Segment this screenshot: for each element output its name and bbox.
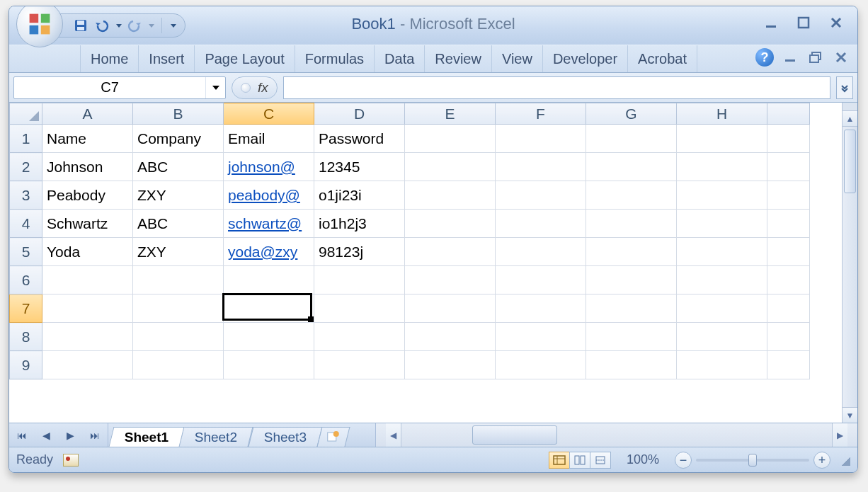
cell-extra-9[interactable]: [767, 351, 810, 379]
cell-B7[interactable]: [133, 294, 224, 323]
zoom-track[interactable]: [696, 459, 809, 462]
column-header-H[interactable]: H: [677, 103, 767, 125]
horizontal-scroll-track[interactable]: [401, 423, 832, 447]
cell-G7[interactable]: [586, 294, 677, 323]
cell-extra-8[interactable]: [767, 323, 810, 351]
maximize-button[interactable]: [791, 12, 816, 33]
cell-D9[interactable]: [314, 351, 405, 379]
cell-F2[interactable]: [496, 153, 586, 181]
customize-qat-dropdown[interactable]: [171, 24, 176, 28]
zoom-level[interactable]: 100%: [619, 452, 666, 467]
redo-button[interactable]: [126, 17, 143, 34]
save-button[interactable]: [72, 17, 89, 34]
cell-F6[interactable]: [496, 266, 586, 294]
cell-E8[interactable]: [405, 323, 496, 351]
cell-D7[interactable]: [314, 294, 405, 323]
cell-A2[interactable]: Johnson: [42, 153, 133, 181]
cell-G2[interactable]: [586, 153, 677, 181]
sheet-tab-sheet2[interactable]: Sheet2: [179, 427, 253, 447]
cell-E2[interactable]: [405, 153, 496, 181]
cell-H4[interactable]: [677, 210, 767, 238]
cell-G4[interactable]: [586, 210, 677, 238]
cell-A3[interactable]: Peabody: [42, 181, 133, 210]
view-page-break-button[interactable]: [590, 452, 611, 469]
insert-function-button[interactable]: fx: [258, 80, 268, 96]
ribbon-tab-developer[interactable]: Developer: [543, 45, 628, 72]
cell-D5[interactable]: 98123j: [314, 238, 405, 266]
ribbon-tab-page-layout[interactable]: Page Layout: [195, 45, 295, 72]
cell-extra-7[interactable]: [767, 294, 810, 323]
cell-C1[interactable]: Email: [224, 125, 314, 153]
mdi-restore-button[interactable]: [806, 50, 825, 65]
column-header-F[interactable]: F: [496, 103, 586, 125]
zoom-out-button[interactable]: −: [675, 452, 692, 469]
view-normal-button[interactable]: [549, 452, 570, 469]
cell-D2[interactable]: 12345: [314, 153, 405, 181]
cell-H1[interactable]: [677, 125, 767, 153]
cell-C7[interactable]: [224, 294, 314, 323]
cell-extra-1[interactable]: [767, 125, 810, 153]
vertical-split-box[interactable]: [843, 103, 857, 111]
cell-A9[interactable]: [42, 351, 133, 379]
help-button[interactable]: ?: [755, 48, 774, 67]
cell-B4[interactable]: ABC: [133, 210, 224, 238]
cell-H2[interactable]: [677, 153, 767, 181]
row-header-1[interactable]: 1: [10, 125, 42, 153]
vertical-scroll-track[interactable]: [843, 127, 857, 407]
scroll-up-button[interactable]: ▲: [843, 111, 857, 127]
cell-F5[interactable]: [496, 238, 586, 266]
cell-D8[interactable]: [314, 323, 405, 351]
cell-F9[interactable]: [496, 351, 586, 379]
cell-extra-4[interactable]: [767, 210, 810, 238]
tab-nav-next[interactable]: ▶: [67, 430, 74, 441]
office-button[interactable]: [16, 6, 63, 47]
cell-D4[interactable]: io1h2j3: [314, 210, 405, 238]
insert-worksheet-button[interactable]: [316, 427, 350, 447]
ribbon-tab-acrobat[interactable]: Acrobat: [628, 45, 697, 72]
cell-H9[interactable]: [677, 351, 767, 379]
cell-F3[interactable]: [496, 181, 586, 210]
ribbon-tab-home[interactable]: Home: [80, 45, 139, 72]
cell-B2[interactable]: ABC: [133, 153, 224, 181]
cell-G6[interactable]: [586, 266, 677, 294]
column-header-E[interactable]: E: [405, 103, 496, 125]
cell-E7[interactable]: [405, 294, 496, 323]
tab-nav-prev[interactable]: ◀: [42, 430, 50, 441]
cell-C4[interactable]: schwartz@: [224, 210, 314, 238]
undo-dropdown[interactable]: [116, 24, 122, 28]
horizontal-scrollbar[interactable]: ◀ ▶: [375, 423, 857, 447]
cell-G9[interactable]: [586, 351, 677, 379]
cell-G1[interactable]: [586, 125, 677, 153]
cell-C3[interactable]: peabody@: [224, 181, 314, 210]
ribbon-tab-view[interactable]: View: [492, 45, 543, 72]
name-box-dropdown[interactable]: [205, 77, 225, 98]
mdi-close-button[interactable]: [832, 50, 850, 65]
cell-B1[interactable]: Company: [133, 125, 224, 153]
undo-button[interactable]: [93, 17, 110, 34]
column-header-B[interactable]: B: [133, 103, 224, 125]
cell-A1[interactable]: Name: [42, 125, 133, 153]
cell-extra-2[interactable]: [767, 153, 810, 181]
cell-E6[interactable]: [405, 266, 496, 294]
cell-F7[interactable]: [496, 294, 586, 323]
cell-C6[interactable]: [224, 266, 314, 294]
cell-E4[interactable]: [405, 210, 496, 238]
ribbon-tab-review[interactable]: Review: [425, 45, 492, 72]
row-header-9[interactable]: 9: [10, 351, 42, 379]
cell-B3[interactable]: ZXY: [133, 181, 224, 210]
vertical-scroll-thumb[interactable]: [844, 130, 856, 193]
tab-nav-last[interactable]: ⏭: [90, 430, 100, 441]
cell-F1[interactable]: [496, 125, 586, 153]
row-header-5[interactable]: 5: [10, 238, 42, 266]
cell-A8[interactable]: [42, 323, 133, 351]
sheet-tab-sheet1[interactable]: Sheet1: [109, 427, 185, 447]
cell-H5[interactable]: [677, 238, 767, 266]
scroll-down-button[interactable]: ▼: [843, 407, 857, 423]
zoom-thumb[interactable]: [748, 454, 757, 467]
cell-E5[interactable]: [405, 238, 496, 266]
row-header-2[interactable]: 2: [10, 153, 42, 181]
row-header-3[interactable]: 3: [10, 181, 42, 210]
cell-H7[interactable]: [677, 294, 767, 323]
ribbon-tab-insert[interactable]: Insert: [139, 45, 195, 72]
row-header-6[interactable]: 6: [10, 266, 42, 294]
